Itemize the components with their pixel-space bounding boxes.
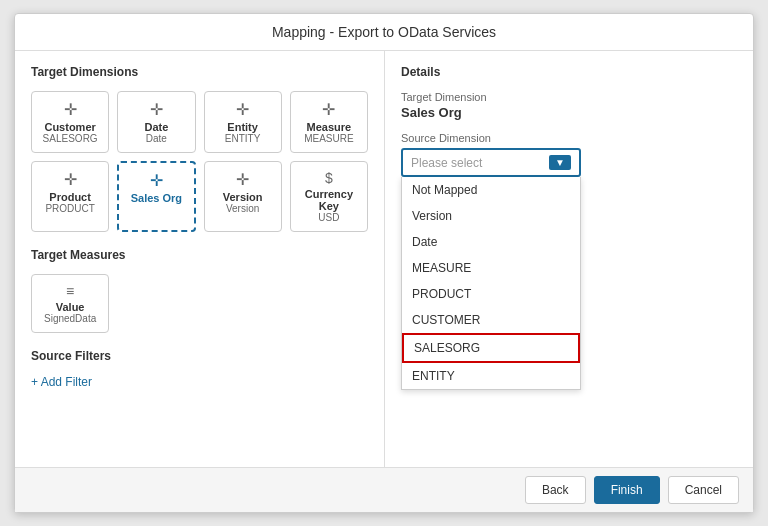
measure-card-value[interactable]: ≡ Value SignedData (31, 274, 109, 333)
dim-sub-entity: ENTITY (211, 133, 275, 144)
dim-label-salesorg: Sales Org (125, 192, 187, 204)
measure-sub-value: SignedData (38, 313, 102, 324)
dim-sub-version: Version (211, 203, 275, 214)
dimensions-grid: ✛ Customer SALESORG ✛ Date Date ✛ Entity… (31, 91, 368, 232)
dropdown-item-salesorg[interactable]: SALESORG (402, 333, 580, 363)
dim-card-currencykey[interactable]: $ Currency Key USD (290, 161, 368, 232)
target-dimension-value: Sales Org (401, 105, 737, 120)
move-icon-version: ✛ (211, 170, 275, 189)
move-icon-entity: ✛ (211, 100, 275, 119)
target-measures-label: Target Measures (31, 248, 368, 262)
dropdown-placeholder: Please select (411, 156, 482, 170)
dim-card-customer[interactable]: ✛ Customer SALESORG (31, 91, 109, 153)
dim-sub-product: PRODUCT (38, 203, 102, 214)
dim-sub-date: Date (124, 133, 188, 144)
source-dimension-label: Source Dimension (401, 132, 737, 144)
dim-card-measure[interactable]: ✛ Measure MEASURE (290, 91, 368, 153)
move-icon-customer: ✛ (38, 100, 102, 119)
dim-card-product[interactable]: ✛ Product PRODUCT (31, 161, 109, 232)
dim-label-customer: Customer (38, 121, 102, 133)
details-label: Details (401, 65, 737, 79)
dropdown-menu: Not Mapped Version Date MEASURE PRODUCT … (401, 177, 581, 390)
dropdown-item-notmapped[interactable]: Not Mapped (402, 177, 580, 203)
measure-label-value: Value (38, 301, 102, 313)
dialog-body: Target Dimensions ✛ Customer SALESORG ✛ … (15, 51, 753, 467)
dim-label-date: Date (124, 121, 188, 133)
source-filters-label: Source Filters (31, 349, 368, 363)
dropdown-item-customer[interactable]: CUSTOMER (402, 307, 580, 333)
right-panel: Details Target Dimension Sales Org Sourc… (385, 51, 753, 467)
dropdown-item-entity[interactable]: ENTITY (402, 363, 580, 389)
dim-card-version[interactable]: ✛ Version Version (204, 161, 282, 232)
dialog-footer: Back Finish Cancel (15, 467, 753, 512)
dialog-title: Mapping - Export to OData Services (15, 14, 753, 51)
dim-label-entity: Entity (211, 121, 275, 133)
move-icon-salesorg: ✛ (125, 171, 187, 190)
dropdown-selected-display[interactable]: Please select ▼ (401, 148, 581, 177)
currency-icon-currencykey: $ (297, 170, 361, 186)
dim-label-product: Product (38, 191, 102, 203)
dropdown-arrow-icon: ▼ (549, 155, 571, 170)
left-panel: Target Dimensions ✛ Customer SALESORG ✛ … (15, 51, 385, 467)
source-filters-section: Source Filters + Add Filter (31, 349, 368, 389)
dim-card-entity[interactable]: ✛ Entity ENTITY (204, 91, 282, 153)
measures-grid: ≡ Value SignedData (31, 274, 368, 333)
add-filter-button[interactable]: + Add Filter (31, 375, 92, 389)
target-dimensions-label: Target Dimensions (31, 65, 368, 79)
back-button[interactable]: Back (525, 476, 586, 504)
cancel-button[interactable]: Cancel (668, 476, 739, 504)
dim-card-date[interactable]: ✛ Date Date (117, 91, 195, 153)
move-icon-date: ✛ (124, 100, 188, 119)
source-dimension-dropdown[interactable]: Please select ▼ Not Mapped Version Date … (401, 148, 581, 177)
dim-sub-customer: SALESORG (38, 133, 102, 144)
dim-label-currencykey: Currency Key (297, 188, 361, 212)
dim-card-salesorg[interactable]: ✛ Sales Org (117, 161, 195, 232)
dropdown-item-measure[interactable]: MEASURE (402, 255, 580, 281)
dim-sub-measure: MEASURE (297, 133, 361, 144)
dropdown-item-product[interactable]: PRODUCT (402, 281, 580, 307)
dim-sub-currencykey: USD (297, 212, 361, 223)
dim-label-measure: Measure (297, 121, 361, 133)
finish-button[interactable]: Finish (594, 476, 660, 504)
measure-icon-value: ≡ (38, 283, 102, 299)
dropdown-item-date[interactable]: Date (402, 229, 580, 255)
move-icon-product: ✛ (38, 170, 102, 189)
move-icon-measure: ✛ (297, 100, 361, 119)
target-dimension-label: Target Dimension (401, 91, 737, 103)
mapping-dialog: Mapping - Export to OData Services Targe… (14, 13, 754, 513)
dropdown-item-version[interactable]: Version (402, 203, 580, 229)
dim-label-version: Version (211, 191, 275, 203)
